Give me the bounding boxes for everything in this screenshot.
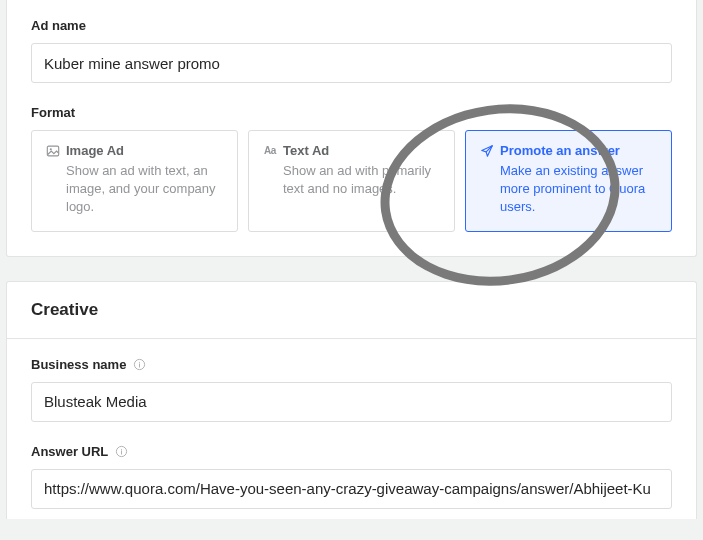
format-option-image-ad[interactable]: Image Ad Show an ad with text, an image,… [31, 130, 238, 232]
format-option-desc: Show an ad with text, an image, and your… [66, 162, 223, 217]
answer-url-label: Answer URL [31, 444, 672, 459]
info-icon[interactable] [132, 357, 146, 371]
format-label: Format [31, 105, 672, 120]
business-name-label: Business name [31, 357, 672, 372]
creative-panel: Creative Business name Answer URL [6, 281, 697, 519]
creative-title: Creative [31, 300, 672, 320]
format-option-desc: Show an ad with primarily text and no im… [283, 162, 440, 198]
answer-url-input[interactable] [31, 469, 672, 509]
svg-point-3 [139, 361, 140, 362]
business-name-input[interactable] [31, 382, 672, 422]
svg-point-1 [50, 148, 52, 150]
creative-header: Creative [7, 282, 696, 339]
ad-setup-panel: Ad name Format Image Ad [6, 0, 697, 257]
paper-plane-icon [480, 144, 494, 158]
info-icon[interactable] [114, 444, 128, 458]
format-option-title: Image Ad [66, 143, 124, 158]
svg-point-5 [121, 448, 122, 449]
text-icon: Aa [263, 144, 277, 158]
format-option-desc: Make an existing answer more prominent t… [500, 162, 657, 217]
ad-name-label: Ad name [31, 18, 672, 33]
format-option-promote-answer[interactable]: Promote an answer Make an existing answe… [465, 130, 672, 232]
format-option-title: Text Ad [283, 143, 329, 158]
image-icon [46, 144, 60, 158]
ad-name-input[interactable] [31, 43, 672, 83]
format-options: Image Ad Show an ad with text, an image,… [31, 130, 672, 232]
format-option-text-ad[interactable]: Aa Text Ad Show an ad with primarily tex… [248, 130, 455, 232]
format-option-title: Promote an answer [500, 143, 620, 158]
